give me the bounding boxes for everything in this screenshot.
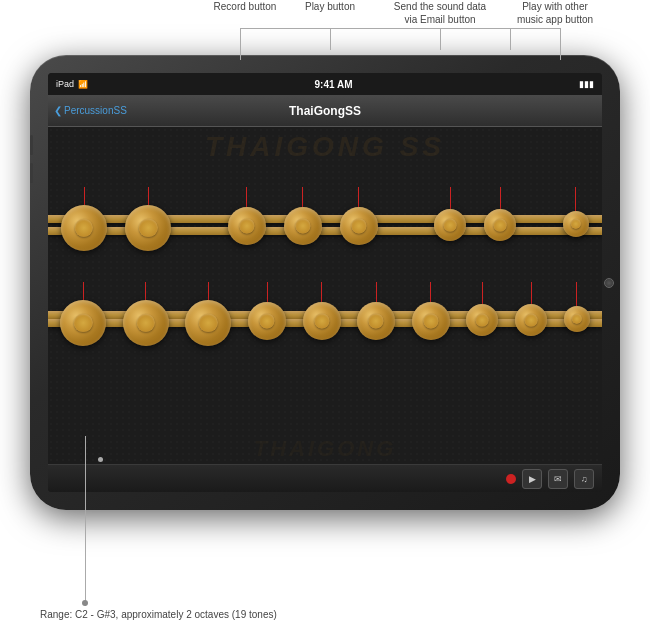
range-dot bbox=[82, 600, 88, 606]
gong-string bbox=[531, 282, 532, 304]
gong-item[interactable] bbox=[340, 187, 378, 245]
bracket-divider-1 bbox=[330, 28, 331, 50]
gong-disc[interactable] bbox=[563, 211, 589, 237]
gong-item[interactable] bbox=[357, 282, 395, 340]
gong-item[interactable] bbox=[563, 187, 589, 237]
range-indicator-dot bbox=[98, 457, 103, 462]
gong-item[interactable] bbox=[412, 282, 450, 340]
back-chevron-icon: ❮ bbox=[54, 105, 62, 116]
gong-string bbox=[84, 187, 85, 205]
gong-disc[interactable] bbox=[466, 304, 498, 336]
gong-string bbox=[208, 282, 209, 300]
nav-bar: ❮ PercussionSS ThaiGongSS bbox=[48, 95, 602, 127]
gong-disc[interactable] bbox=[125, 205, 171, 251]
music-app-button[interactable]: ♫ bbox=[574, 469, 594, 489]
gong-string bbox=[83, 282, 84, 300]
gong-disc[interactable] bbox=[60, 300, 106, 346]
gong-disc[interactable] bbox=[564, 306, 590, 332]
gong-disc[interactable] bbox=[185, 300, 231, 346]
gong-disc[interactable] bbox=[248, 302, 286, 340]
ipad-screen: iPad 📶 9:41 AM ▮▮▮ ❮ PercussionSS ThaiGo… bbox=[48, 73, 602, 492]
bracket-divider-3 bbox=[510, 28, 511, 50]
play-button[interactable]: ▶ bbox=[522, 469, 542, 489]
record-button-annotation: Record button bbox=[210, 0, 280, 13]
gong-string bbox=[358, 187, 359, 207]
bottom-gong-row bbox=[52, 282, 598, 346]
gong-disc[interactable] bbox=[434, 209, 466, 241]
home-button[interactable] bbox=[604, 278, 614, 288]
gong-string bbox=[302, 187, 303, 207]
gong-string bbox=[148, 187, 149, 205]
play-button-annotation: Play button bbox=[300, 0, 360, 13]
gong-item[interactable] bbox=[61, 187, 107, 251]
gong-item[interactable] bbox=[564, 282, 590, 332]
top-annotation-area: Record button Play button Send the sound… bbox=[0, 0, 650, 90]
gong-item[interactable] bbox=[284, 187, 322, 245]
gong-string bbox=[430, 282, 431, 302]
play-other-annotation: Play with othermusic app button bbox=[510, 0, 600, 26]
gong-disc[interactable] bbox=[340, 207, 378, 245]
gong-string bbox=[267, 282, 268, 302]
nav-title: ThaiGongSS bbox=[289, 104, 361, 118]
bracket-divider-2 bbox=[440, 28, 441, 50]
gong-string bbox=[576, 282, 577, 306]
email-button[interactable]: ✉ bbox=[548, 469, 568, 489]
gong-item[interactable] bbox=[60, 282, 106, 346]
gong-string bbox=[575, 187, 576, 211]
gong-disc[interactable] bbox=[61, 205, 107, 251]
gong-item[interactable] bbox=[248, 282, 286, 340]
gong-string bbox=[482, 282, 483, 304]
gong-disc[interactable] bbox=[412, 302, 450, 340]
gong-string bbox=[321, 282, 322, 302]
gong-disc[interactable] bbox=[123, 300, 169, 346]
gong-item[interactable] bbox=[434, 187, 466, 241]
gong-string bbox=[500, 187, 501, 209]
bottom-annotation-area: Range: C2 - G#3, approximately 2 octaves… bbox=[30, 609, 277, 620]
app-background: THAIGONG SS bbox=[48, 127, 602, 492]
gong-item[interactable] bbox=[466, 282, 498, 336]
bracket-line-v-left bbox=[240, 28, 241, 60]
gong-item[interactable] bbox=[303, 282, 341, 340]
ipad-shell: iPad 📶 9:41 AM ▮▮▮ ❮ PercussionSS ThaiGo… bbox=[30, 55, 620, 510]
vol-down-button[interactable] bbox=[30, 163, 33, 183]
ipad-wrapper: iPad 📶 9:41 AM ▮▮▮ ❮ PercussionSS ThaiGo… bbox=[30, 55, 620, 510]
watermark-bottom: thaigong bbox=[48, 436, 602, 462]
top-gong-row bbox=[52, 187, 598, 251]
gong-disc[interactable] bbox=[515, 304, 547, 336]
bottom-toolbar: ▶ ✉ ♫ bbox=[48, 464, 602, 492]
bracket-line-v-right bbox=[560, 28, 561, 60]
range-annotation-line bbox=[85, 436, 86, 606]
back-button[interactable]: ❮ PercussionSS bbox=[54, 105, 127, 116]
gong-string bbox=[246, 187, 247, 207]
gong-disc[interactable] bbox=[357, 302, 395, 340]
gong-disc[interactable] bbox=[284, 207, 322, 245]
gong-item[interactable] bbox=[484, 187, 516, 241]
gong-disc[interactable] bbox=[484, 209, 516, 241]
gong-item[interactable] bbox=[228, 187, 266, 245]
range-label: Range: C2 - G#3, approximately 2 octaves… bbox=[40, 609, 277, 620]
gong-string bbox=[145, 282, 146, 300]
gong-item[interactable] bbox=[185, 282, 231, 346]
back-label: PercussionSS bbox=[64, 105, 127, 116]
gong-disc[interactable] bbox=[303, 302, 341, 340]
record-button[interactable] bbox=[506, 474, 516, 484]
gong-string bbox=[376, 282, 377, 302]
gong-disc[interactable] bbox=[228, 207, 266, 245]
watermark-top: THAIGONG SS bbox=[48, 131, 602, 163]
bracket-line-h bbox=[240, 28, 560, 29]
gong-item[interactable] bbox=[123, 282, 169, 346]
gong-string bbox=[450, 187, 451, 209]
send-sound-annotation: Send the sound datavia Email button bbox=[390, 0, 490, 26]
vol-up-button[interactable] bbox=[30, 135, 33, 155]
gong-item[interactable] bbox=[515, 282, 547, 336]
gong-item[interactable] bbox=[125, 187, 171, 251]
